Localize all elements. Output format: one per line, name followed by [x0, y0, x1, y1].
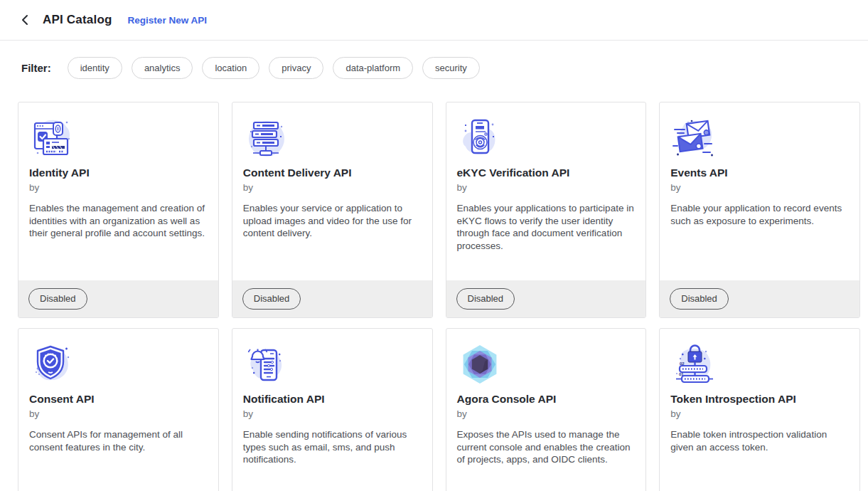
card-body: Consent API by Consent APIs for manageme…	[18, 329, 218, 491]
api-card-token-introspection[interactable]: 02 01 Token Introspection API by En	[659, 328, 860, 491]
api-card-events[interactable]: Events API by Enable your application to…	[659, 102, 860, 318]
api-card-identity[interactable]: Identity API by Enables the management a…	[18, 102, 219, 318]
envelopes-icon	[670, 115, 716, 161]
card-body: Agora Console API by Exposes the APIs us…	[446, 329, 646, 491]
card-body: 02 01 Token Introspection API by En	[660, 329, 859, 491]
card-title: Consent API	[29, 393, 207, 406]
filter-tag-data-platform[interactable]: data-platform	[333, 57, 413, 79]
card-footer: Disabled	[446, 280, 646, 317]
filter-tag-analytics[interactable]: analytics	[132, 57, 193, 79]
filter-tag-location[interactable]: location	[202, 57, 259, 79]
api-card-content-delivery[interactable]: Content Delivery API by Enables your ser…	[232, 102, 433, 318]
card-description: Consent APIs for management of all conse…	[29, 428, 207, 453]
card-footer: Disabled	[232, 280, 432, 317]
card-footer: Disabled	[18, 280, 218, 317]
card-by: by	[670, 182, 848, 193]
api-card-agora-console[interactable]: Agora Console API by Exposes the APIs us…	[446, 328, 647, 491]
card-description: Enables the management and creation of i…	[29, 202, 207, 240]
card-description: Enable your application to record events…	[670, 202, 848, 227]
filter-bar: Filter: identity analytics location priv…	[0, 41, 868, 79]
card-title: Token Introspection API	[670, 393, 848, 406]
card-by: by	[457, 408, 635, 419]
card-by: by	[29, 408, 207, 419]
api-card-ekyc[interactable]: eKYC Verification API by Enables your ap…	[446, 102, 647, 318]
card-title: eKYC Verification API	[457, 167, 635, 179]
card-body: Notification API by Enable sending notif…	[232, 329, 432, 491]
hexagon-layers-icon	[457, 342, 503, 387]
back-button[interactable]	[17, 12, 33, 28]
card-title: Identity API	[29, 167, 207, 179]
phone-fingerprint-icon	[457, 115, 503, 161]
card-by: by	[457, 182, 635, 193]
identity-card-icon	[29, 115, 75, 161]
card-description: Enables your applications to participate…	[457, 202, 635, 252]
card-title: Agora Console API	[457, 393, 635, 406]
status-badge: Disabled	[242, 288, 301, 310]
status-badge: Disabled	[456, 288, 515, 310]
lock-token-icon: 02 01	[670, 342, 716, 387]
shield-check-icon	[29, 342, 75, 387]
server-stack-icon	[243, 115, 289, 161]
card-description: Enable sending notifications of various …	[243, 428, 421, 466]
card-title: Events API	[670, 167, 848, 179]
api-card-notification[interactable]: Notification API by Enable sending notif…	[232, 328, 433, 491]
card-body: Events API by Enable your application to…	[660, 102, 859, 280]
card-description: Enable token introspection validation gi…	[670, 428, 848, 453]
top-bar: API Catalog Register New API	[0, 0, 868, 41]
page-title: API Catalog	[43, 13, 112, 27]
card-by: by	[670, 408, 848, 419]
filter-tag-security[interactable]: security	[422, 57, 480, 79]
filter-label: Filter:	[21, 62, 51, 74]
card-by: by	[243, 182, 421, 193]
card-description: Enables your service or application to u…	[243, 202, 421, 240]
card-title: Content Delivery API	[243, 167, 421, 179]
filter-tag-identity[interactable]: identity	[68, 57, 122, 79]
api-card-grid: Identity API by Enables the management a…	[18, 102, 860, 491]
register-new-api-link[interactable]: Register New API	[128, 15, 207, 26]
status-badge: Disabled	[670, 288, 729, 310]
card-body: eKYC Verification API by Enables your ap…	[446, 102, 646, 280]
card-by: by	[29, 182, 207, 193]
filter-tag-privacy[interactable]: privacy	[269, 57, 323, 79]
phone-bell-icon	[243, 342, 289, 387]
card-body: Identity API by Enables the management a…	[18, 102, 218, 280]
api-card-consent[interactable]: Consent API by Consent APIs for manageme…	[18, 328, 219, 491]
card-by: by	[243, 408, 421, 419]
card-title: Notification API	[243, 393, 421, 406]
card-body: Content Delivery API by Enables your ser…	[232, 102, 432, 280]
status-badge: Disabled	[28, 288, 87, 310]
card-footer: Disabled	[660, 280, 859, 317]
chevron-left-icon	[21, 14, 29, 26]
card-description: Exposes the APIs used to manage the curr…	[457, 428, 635, 466]
